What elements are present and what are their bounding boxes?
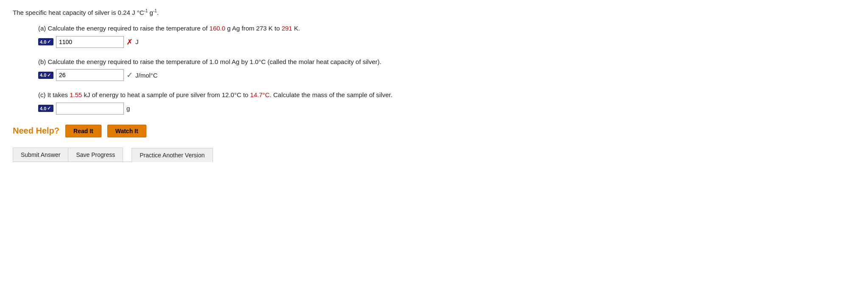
intro-text: The specific heat capacity of silver is … bbox=[13, 8, 855, 16]
score-badge-a[interactable]: 4.0 ✓ bbox=[38, 38, 53, 45]
score-badge-a-check: ✓ bbox=[47, 39, 51, 45]
question-a-label: (a) Calculate the energy required to rai… bbox=[38, 24, 855, 34]
score-badge-b[interactable]: 4.0 ✓ bbox=[38, 72, 53, 79]
need-help-section: Need Help? Read It Watch It bbox=[13, 125, 855, 137]
question-b-answer-row: 4.0 ✓ ✓ J/mol°C bbox=[38, 69, 855, 81]
question-b-label: (b) Calculate the energy required to rai… bbox=[38, 57, 855, 67]
score-badge-b-check: ✓ bbox=[47, 73, 51, 78]
practice-button-wrap: Practice Another Version bbox=[132, 148, 213, 162]
practice-another-version-button[interactable]: Practice Another Version bbox=[132, 148, 212, 162]
read-it-button[interactable]: Read It bbox=[65, 125, 101, 137]
answer-input-b[interactable] bbox=[56, 69, 124, 81]
unit-b: J/mol°C bbox=[135, 72, 158, 79]
question-a-answer-row: 4.0 ✓ ✗ J bbox=[38, 36, 855, 48]
question-a-value2: 291 bbox=[282, 25, 292, 32]
answer-input-a[interactable] bbox=[56, 36, 124, 48]
score-badge-c-check: ✓ bbox=[47, 106, 51, 111]
bottom-toolbar-section: Submit Answer Save Progress Practice Ano… bbox=[13, 148, 855, 162]
answer-input-c[interactable] bbox=[56, 103, 124, 114]
question-a-block: (a) Calculate the energy required to rai… bbox=[38, 24, 855, 48]
score-badge-c[interactable]: 4.0 ✓ bbox=[38, 105, 53, 112]
status-icon-a: ✗ bbox=[126, 37, 133, 47]
unit-a: J bbox=[135, 38, 139, 45]
question-c-block: (c) It takes 1.55 kJ of energy to heat a… bbox=[38, 90, 855, 114]
score-badge-c-value: 4.0 bbox=[40, 106, 46, 111]
score-badge-a-value: 4.0 bbox=[40, 39, 46, 45]
question-c-label: (c) It takes 1.55 kJ of energy to heat a… bbox=[38, 90, 855, 100]
question-c-value2: 14.7°C bbox=[250, 91, 270, 98]
question-c-answer-row: 4.0 ✓ g bbox=[38, 103, 855, 114]
need-help-label: Need Help? bbox=[13, 126, 59, 136]
question-c-value1: 1.55 bbox=[70, 91, 82, 98]
watch-it-button[interactable]: Watch It bbox=[107, 125, 146, 137]
question-a-value1: 160.0 bbox=[210, 25, 226, 32]
score-badge-b-value: 4.0 bbox=[40, 73, 46, 78]
unit-c: g bbox=[126, 105, 130, 112]
status-icon-b: ✓ bbox=[126, 70, 133, 80]
left-button-group: Submit Answer Save Progress bbox=[13, 148, 123, 162]
question-b-block: (b) Calculate the energy required to rai… bbox=[38, 57, 855, 81]
save-progress-button[interactable]: Save Progress bbox=[68, 148, 123, 162]
submit-answer-button[interactable]: Submit Answer bbox=[13, 148, 68, 162]
